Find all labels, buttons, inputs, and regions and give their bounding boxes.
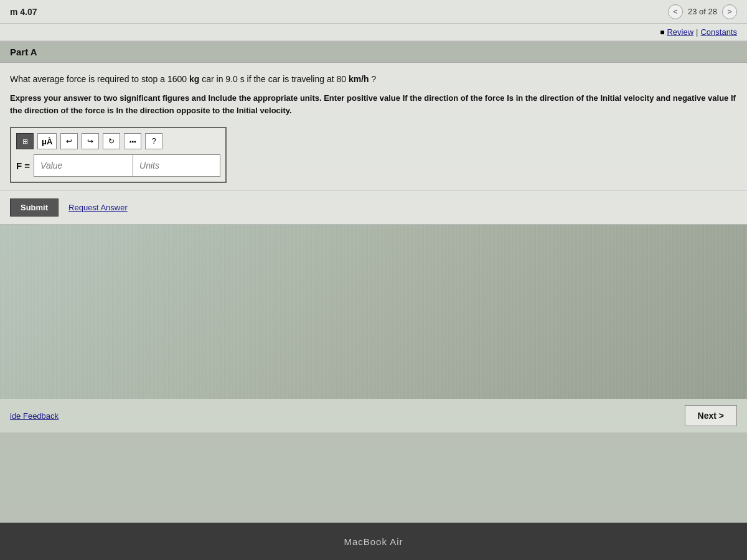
macbook-label: MacBook Air	[344, 536, 403, 547]
redo-icon: ↪	[87, 137, 93, 146]
answer-row: F =	[16, 154, 220, 177]
hide-feedback-link[interactable]: ide Feedback	[10, 411, 59, 421]
request-answer-link[interactable]: Request Answer	[68, 203, 128, 212]
visual-area	[0, 225, 747, 399]
instructions-text: Express your answer to two significant f…	[10, 92, 737, 117]
f-label: F =	[16, 154, 30, 177]
keyboard-icon: ▪▪▪	[129, 138, 136, 145]
undo-icon: ↩	[66, 137, 72, 146]
submit-button[interactable]: Submit	[10, 198, 59, 217]
keyboard-button[interactable]: ▪▪▪	[124, 133, 141, 149]
macbook-bar: MacBook Air	[0, 523, 747, 560]
refresh-icon: ↻	[108, 137, 115, 146]
undo-button[interactable]: ↩	[60, 133, 78, 149]
mu-icon: μÀ	[42, 137, 52, 146]
hide-feedback-label: ide Feedback	[10, 411, 59, 421]
page-title: m 4.07	[10, 7, 37, 17]
review-icon: ■	[660, 28, 664, 37]
next-button[interactable]: Next >	[685, 405, 737, 426]
prev-button[interactable]: <	[668, 4, 683, 19]
help-icon: ?	[152, 137, 156, 146]
separator: |	[696, 27, 698, 37]
value-input[interactable]	[34, 154, 133, 177]
units-input[interactable]	[133, 154, 220, 177]
question-text: What average force is required to stop a…	[10, 73, 737, 86]
help-button[interactable]: ?	[145, 133, 162, 149]
answer-box: ⊞ μÀ ↩ ↪ ↻ ▪▪▪ ?	[10, 127, 227, 183]
answer-toolbar: ⊞ μÀ ↩ ↪ ↻ ▪▪▪ ?	[16, 133, 220, 149]
review-link[interactable]: Review	[667, 27, 693, 37]
refresh-button[interactable]: ↻	[103, 133, 120, 149]
constants-link[interactable]: Constants	[700, 27, 737, 37]
action-bar: Submit Request Answer	[0, 190, 747, 224]
mu-button[interactable]: μÀ	[37, 133, 57, 149]
grid-icon: ⊞	[22, 138, 28, 146]
grid-icon-button[interactable]: ⊞	[16, 133, 34, 149]
page-counter: 23 of 28	[688, 7, 717, 16]
redo-button[interactable]: ↪	[82, 133, 99, 149]
bottom-bar: ide Feedback Next >	[0, 399, 747, 432]
next-nav-button[interactable]: >	[722, 4, 737, 19]
part-label: Part A	[10, 47, 37, 57]
